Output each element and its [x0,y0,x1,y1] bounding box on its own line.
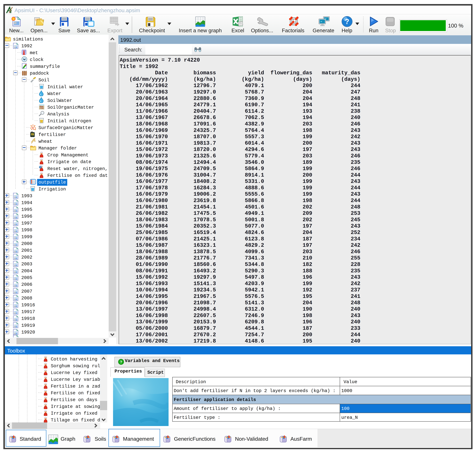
svg-text:?: ? [120,360,122,364]
svg-text:?: ? [345,17,349,26]
